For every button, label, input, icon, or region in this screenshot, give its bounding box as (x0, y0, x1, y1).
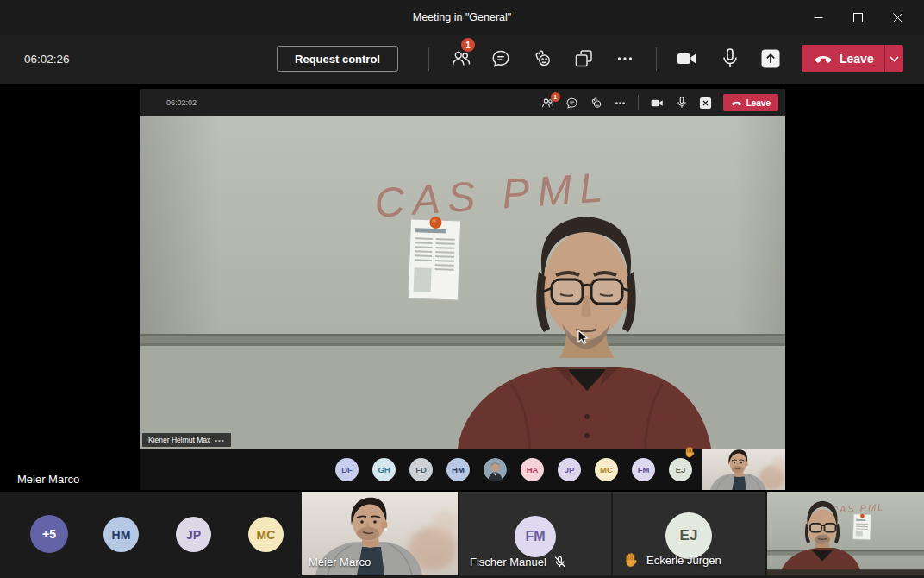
avatar-initials: EJ (676, 465, 686, 474)
stage-presenter-name: Meier Marco (17, 473, 79, 486)
camera-icon (676, 48, 698, 69)
share-screen-icon (760, 48, 781, 69)
video-scene: CAS PML (767, 492, 924, 575)
overflow-count: +5 (42, 527, 56, 541)
meeting-stage: 06:02:02 1 (0, 84, 924, 492)
chat-button[interactable] (482, 41, 520, 76)
leave-button-group: Leave (802, 45, 903, 72)
microphone-icon (720, 47, 740, 70)
leave-label: Leave (746, 98, 771, 108)
shared-screen-content[interactable]: 06:02:02 1 (140, 89, 785, 490)
raised-hand-icon (684, 446, 696, 459)
audio-tile-fischer-manuel[interactable]: FM Fischer Manuel (459, 492, 611, 575)
avatar-initials: HM (452, 465, 465, 474)
avatar-initials: HM (112, 528, 131, 542)
participant-avatar[interactable]: FD (409, 458, 433, 481)
participant-avatar[interactable]: GH (372, 458, 396, 481)
participant-avatar[interactable]: HM (446, 458, 470, 481)
participant-name: Meier Marco (309, 556, 371, 569)
chat-icon (565, 97, 578, 110)
participant-avatar[interactable]: HA (521, 458, 544, 481)
avatar-initials: GH (378, 465, 390, 474)
toolbar-divider (656, 47, 657, 71)
avatar-initials: EJ (680, 527, 698, 544)
shared-self-view-video[interactable] (702, 449, 785, 490)
mic-off-icon (553, 556, 566, 569)
video-tile-whiteboard[interactable]: CAS PML (767, 492, 924, 575)
leave-button[interactable]: Leave (802, 45, 884, 72)
avatar-photo (484, 458, 507, 481)
leave-options-button[interactable] (884, 45, 903, 72)
participant-avatar[interactable]: HM (103, 517, 139, 552)
more-options-icon: ••• (215, 437, 224, 444)
shared-more-options-button (614, 97, 627, 110)
microphone-icon (676, 96, 688, 110)
participant-avatar[interactable]: JP (558, 458, 581, 481)
breakout-rooms-icon (573, 48, 594, 69)
toolbar-divider (638, 95, 639, 110)
more-options-button[interactable] (606, 41, 644, 76)
shared-microphone-button (676, 96, 688, 110)
avatar-initials: FM (638, 465, 650, 474)
video-name-label[interactable]: Kiener Helmut Max ••• (142, 433, 231, 447)
participant-name: Fischer Manuel (470, 556, 546, 569)
minimize-button[interactable] (798, 0, 838, 35)
share-screen-button[interactable] (752, 41, 790, 76)
shared-participant-strip: DF GH FD HM HA JP (140, 449, 785, 490)
avatar-initials: JP (186, 528, 201, 542)
shared-meeting-timer: 06:02:02 (166, 89, 197, 116)
participant-avatar[interactable]: FM (632, 458, 655, 481)
teams-meeting-window: Meeting in "General" 06:02:26 Request co… (0, 0, 924, 578)
camera-icon (650, 97, 665, 110)
toolbar-divider (428, 47, 429, 71)
video-tile-meier-marco[interactable]: Meier Marco (302, 492, 458, 575)
breakout-rooms-button[interactable] (565, 41, 602, 76)
participant-avatar[interactable]: MC (248, 517, 284, 552)
leave-label: Leave (840, 52, 874, 66)
window-title: Meeting in "General" (0, 0, 924, 35)
participant-avatar[interactable]: JP (176, 517, 211, 552)
avatar-initials: FD (415, 465, 427, 474)
titlebar: Meeting in "General" (0, 0, 924, 35)
reactions-icon (532, 48, 553, 69)
participants-button[interactable]: 1 (442, 41, 480, 76)
shared-meeting-toolbar: 06:02:02 1 (140, 89, 785, 116)
self-view-scene (702, 449, 785, 490)
avatar-initials: DF (341, 465, 353, 474)
window-controls (798, 0, 917, 35)
shared-chat-button (565, 97, 578, 110)
more-options-icon (614, 97, 627, 110)
raised-hand-icon (623, 552, 640, 569)
hangup-icon (814, 49, 833, 68)
shared-camera-button (650, 97, 665, 110)
participant-name: Eckerle Jürgen (646, 554, 721, 567)
avatar-initials: MC (600, 465, 613, 474)
participant-avatar[interactable]: MC (595, 458, 618, 481)
minimize-icon (814, 13, 823, 22)
shared-leave-button: Leave (723, 94, 778, 111)
presenter-video: CAS PML (140, 116, 785, 449)
reactions-button[interactable] (523, 41, 561, 76)
avatar-initials: FM (525, 529, 545, 544)
avatar-initials: MC (257, 528, 276, 542)
meeting-timer: 06:02:26 (24, 35, 70, 84)
overflow-participants-avatar[interactable]: +5 (30, 515, 68, 553)
participants-badge: 1 (461, 38, 475, 52)
camera-button[interactable] (668, 41, 706, 76)
more-options-icon (615, 48, 635, 69)
close-button[interactable] (877, 0, 917, 35)
participant-name: Kiener Helmut Max (148, 436, 210, 444)
reactions-icon (590, 97, 602, 110)
participant-photo-avatar[interactable] (484, 458, 507, 481)
request-control-button[interactable]: Request control (277, 46, 398, 72)
maximize-button[interactable] (838, 0, 877, 35)
participant-avatar: FM (515, 516, 556, 557)
participant-avatar[interactable]: DF (335, 458, 359, 481)
audio-tile-eckerle-juergen[interactable]: EJ Eckerle Jürgen (613, 492, 765, 575)
avatar-initials: HA (527, 465, 539, 474)
microphone-button[interactable] (711, 41, 749, 76)
chevron-down-icon (890, 56, 899, 62)
close-icon (893, 13, 902, 22)
participant-avatar[interactable]: EJ (669, 458, 692, 481)
shared-reactions-button (590, 97, 602, 110)
